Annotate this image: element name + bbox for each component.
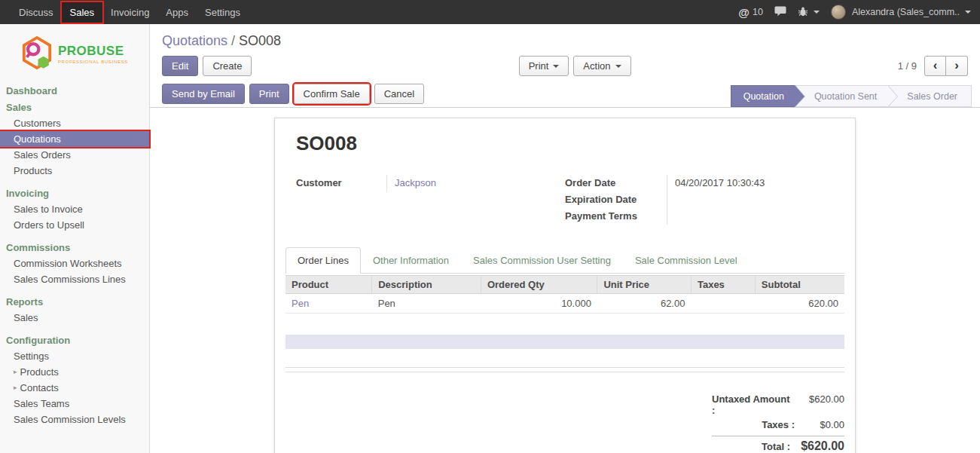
sidebar-item-products[interactable]: Products — [0, 163, 149, 179]
field-expiration-date: Expiration Date — [565, 191, 834, 208]
breadcrumb-separator: / — [227, 33, 239, 48]
sidebar-item-settings[interactable]: Settings — [0, 348, 149, 364]
statusbar-row: Send by Email Print Confirm Sale Cancel … — [150, 83, 980, 108]
status-step-sales-order[interactable]: Sales Order — [887, 85, 972, 107]
probuse-logo[interactable]: PROBUSE PROFESSIONAL BUSINESS — [0, 24, 149, 81]
status-step-quotation-sent[interactable]: Quotation Sent — [795, 85, 887, 107]
payment-terms-label: Payment Terms — [565, 208, 667, 225]
send-by-email-button[interactable]: Send by Email — [162, 84, 245, 104]
sidebar-heading-dashboard[interactable]: Dashboard — [0, 83, 149, 99]
column-ordered-qty: Ordered Qty — [481, 276, 597, 294]
field-customer: Customer Jackpson — [296, 175, 565, 191]
separator-lines — [285, 367, 844, 372]
sidebar-item-sales-teams[interactable]: Sales Teams — [0, 396, 149, 412]
user-name: Alexandra (Sales_comm.. — [852, 7, 960, 17]
caret-down-icon — [965, 11, 971, 14]
pager-next-button[interactable]: › — [946, 56, 968, 76]
sidebar-heading-invoicing[interactable]: Invoicing — [0, 185, 149, 201]
debug-menu[interactable] — [798, 6, 820, 19]
top-menu-settings[interactable]: Settings — [197, 2, 249, 23]
field-groups: Customer Jackpson Order Date 04/20/2017 … — [296, 175, 834, 225]
sidebar-section-dashboard: Dashboard — [0, 83, 149, 99]
totals: Untaxed Amount : $620.00 Taxes : $0.00 T… — [712, 392, 844, 453]
right-field-group: Order Date 04/20/2017 10:30:43 Expiratio… — [565, 175, 834, 225]
sidebar-section-sales: Sales Customers Quotations Sales Orders … — [0, 99, 149, 179]
sidebar-item-orders-to-upsell[interactable]: Orders to Upsell — [0, 217, 149, 233]
action-dropdown[interactable]: Action — [573, 56, 630, 76]
breadcrumb-current: SO008 — [239, 33, 281, 48]
column-subtotal: Subtotal — [755, 276, 844, 294]
top-menu-invoicing[interactable]: Invoicing — [102, 2, 157, 23]
mention-icon: @ — [738, 6, 750, 19]
probuse-logo-text: PROBUSE PROFESSIONAL BUSINESS — [58, 44, 128, 64]
sidebar-item-sales-orders[interactable]: Sales Orders — [0, 147, 149, 163]
customer-label: Customer — [296, 175, 386, 191]
empty-section-row — [285, 335, 844, 349]
field-payment-terms: Payment Terms — [565, 208, 834, 225]
untaxed-amount-value: $620.00 — [795, 393, 844, 405]
probuse-logo-mark-icon — [21, 35, 53, 72]
column-unit-price: Unit Price — [597, 276, 691, 294]
expiration-date-value — [667, 191, 834, 208]
sidebar-item-sales-commissions-lines[interactable]: Sales Commissions Lines — [0, 271, 149, 287]
messages-menu[interactable] — [774, 6, 786, 19]
caret-down-icon — [553, 65, 559, 68]
cancel-button[interactable]: Cancel — [374, 84, 424, 104]
caret-down-icon — [615, 65, 621, 68]
sidebar-section-commissions: Commissions Commission Worksheets Sales … — [0, 240, 149, 287]
sidebar-item-reports-sales[interactable]: Sales — [0, 310, 149, 326]
sidebar-menu: Dashboard Sales Customers Quotations Sal… — [0, 83, 149, 427]
expiration-date-label: Expiration Date — [565, 191, 667, 208]
totals-divider — [712, 436, 844, 436]
sidebar-item-quotations[interactable]: Quotations — [0, 131, 149, 147]
sheet: SO008 Customer Jackpson Order Date 04/20… — [274, 118, 856, 453]
edit-button[interactable]: Edit — [162, 56, 198, 76]
create-button[interactable]: Create — [203, 56, 252, 76]
taxes-row: Taxes : $0.00 — [712, 418, 844, 432]
tab-sale-commission-level[interactable]: Sale Commission Level — [623, 247, 750, 274]
tab-other-information[interactable]: Other Information — [361, 247, 461, 274]
notebook-tabs: Order Lines Other Information Sales Comm… — [285, 247, 844, 274]
sidebar-heading-sales[interactable]: Sales — [0, 99, 149, 115]
pager-previous-button[interactable]: ‹ — [924, 56, 946, 76]
sidebar-heading-commissions[interactable]: Commissions — [0, 240, 149, 256]
sidebar-item-config-products[interactable]: ▸ Products — [0, 364, 149, 380]
cell-product[interactable]: Pen — [285, 294, 372, 314]
total-value: $620.00 — [790, 439, 844, 453]
top-menu-sales[interactable]: Sales — [62, 2, 103, 23]
tab-sales-commission-user-setting[interactable]: Sales Commission User Setting — [461, 247, 623, 274]
cell-ordered-qty: 10.000 — [481, 294, 597, 314]
sidebar-item-commission-worksheets[interactable]: Commission Worksheets — [0, 256, 149, 271]
order-date-value: 04/20/2017 10:30:43 — [667, 175, 834, 191]
untaxed-amount-label: Untaxed Amount : — [712, 393, 795, 416]
print-button[interactable]: Print — [249, 84, 289, 104]
form-view: SO008 Customer Jackpson Order Date 04/20… — [150, 108, 980, 453]
sidebar-item-config-contacts[interactable]: ▸ Contacts — [0, 380, 149, 396]
print-dropdown[interactable]: Print — [519, 56, 569, 76]
pager-value: 1 / 9 — [898, 60, 917, 72]
sidebar-item-sales-commission-levels[interactable]: Sales Commission Levels — [0, 412, 149, 427]
total-row: Total : $620.00 — [712, 438, 844, 453]
sidebar-heading-configuration[interactable]: Configuration — [0, 332, 149, 348]
customer-value[interactable]: Jackpson — [386, 175, 565, 191]
top-menu-apps[interactable]: Apps — [157, 2, 197, 23]
sidebar-heading-reports[interactable]: Reports — [0, 294, 149, 310]
breadcrumb-quotations[interactable]: Quotations — [162, 33, 227, 48]
cell-description: Pen — [372, 294, 481, 314]
bug-icon — [798, 6, 808, 19]
user-menu[interactable]: Alexandra (Sales_comm.. — [831, 5, 971, 20]
top-menu-discuss[interactable]: Discuss — [11, 2, 62, 23]
sidebar-item-sales-to-invoice[interactable]: Sales to Invoice — [0, 201, 149, 217]
brand-name: PROBUSE — [58, 44, 128, 57]
sidebar-item-customers[interactable]: Customers — [0, 115, 149, 131]
confirm-sale-button[interactable]: Confirm Sale — [294, 84, 370, 104]
mention-count: 10 — [753, 7, 763, 17]
status-step-quotation[interactable]: Quotation — [731, 85, 795, 107]
cell-subtotal: 620.00 — [755, 294, 844, 314]
top-navbar: Discuss Sales Invoicing Apps Settings @ … — [0, 0, 980, 24]
order-date-label: Order Date — [565, 175, 667, 191]
activities-menu[interactable]: @ 10 — [738, 6, 763, 19]
main-content: Quotations/SO008 Edit Create Print Actio… — [150, 24, 980, 453]
tab-order-lines[interactable]: Order Lines — [285, 247, 361, 274]
table-row[interactable]: Pen Pen 10.000 62.00 620.00 — [285, 294, 844, 314]
